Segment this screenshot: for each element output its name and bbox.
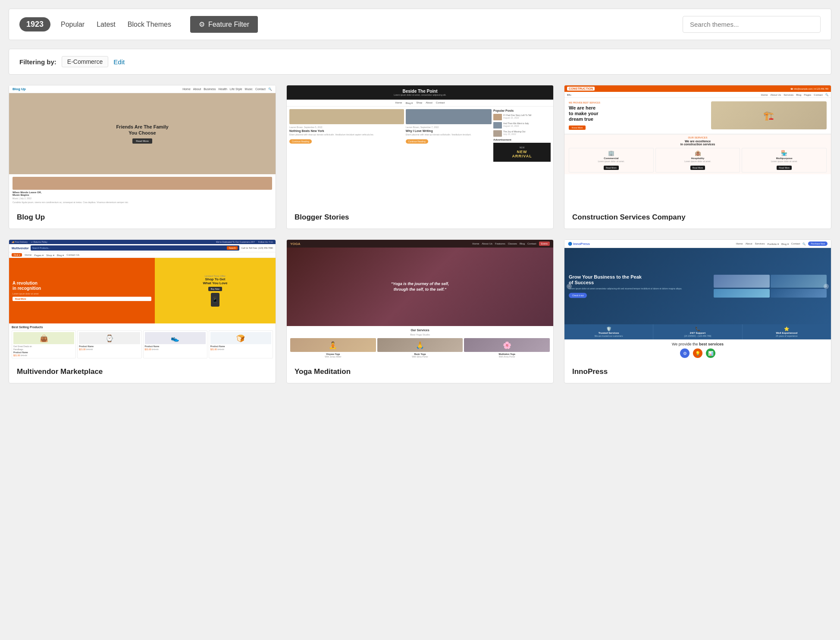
theme-preview-yoga: YOGA HomeAbout UsFeaturesClassesBlogCont… — [287, 240, 553, 361]
tab-latest[interactable]: Latest — [97, 21, 116, 28]
tab-block-themes[interactable]: Block Themes — [128, 21, 171, 28]
theme-card-blog-up[interactable]: Blog Up HomeAboutBusinessHealthLife Styl… — [9, 85, 276, 229]
theme-name-multivendor: Multivendor Marketplace — [9, 361, 276, 383]
theme-preview-multivendor: 🚚 Free Delivery ↩ Returns Policy We're D… — [9, 240, 276, 361]
theme-card-innopress[interactable]: 🔵 InnoPress HomeAboutServicesPortfolio ▾… — [564, 239, 831, 383]
gear-icon: ⚙ — [199, 20, 205, 28]
theme-card-blogger-stories[interactable]: Beside The Point Lorem ipsum dolor sit a… — [286, 85, 554, 229]
theme-card-multivendor[interactable]: 🚚 Free Delivery ↩ Returns Policy We're D… — [9, 239, 276, 383]
filter-label: Filtering by: — [19, 58, 56, 66]
tab-popular[interactable]: Popular — [61, 21, 85, 28]
top-navigation-bar: 1923 Popular Latest Block Themes ⚙ Featu… — [9, 9, 831, 40]
theme-name-blogger-stories: Blogger Stories — [287, 206, 553, 229]
search-box — [683, 16, 821, 33]
nav-tabs: Popular Latest Block Themes ⚙ Feature Fi… — [61, 16, 258, 33]
theme-preview-blog-up: Blog Up HomeAboutBusinessHealthLife Styl… — [9, 85, 276, 206]
theme-name-blog-up: Blog Up — [9, 206, 276, 229]
edit-filter-link[interactable]: Edit — [113, 58, 125, 66]
feature-filter-button[interactable]: ⚙ Feature Filter — [190, 16, 258, 33]
theme-preview-innopress: 🔵 InnoPress HomeAboutServicesPortfolio ▾… — [564, 240, 831, 361]
filter-tag-ecommerce: E-Commerce — [62, 56, 108, 67]
theme-name-construction: Construction Services Company — [564, 206, 831, 229]
themes-grid: Blog Up HomeAboutBusinessHealthLife Styl… — [9, 85, 831, 383]
theme-name-innopress: InnoPress — [564, 361, 831, 383]
theme-count-badge: 1923 — [19, 17, 50, 31]
theme-card-yoga[interactable]: YOGA HomeAbout UsFeaturesClassesBlogCont… — [286, 239, 554, 383]
filter-bar: Filtering by: E-Commerce Edit — [9, 49, 831, 75]
theme-preview-blogger-stories: Beside The Point Lorem ipsum dolor sit a… — [287, 85, 553, 206]
theme-card-construction[interactable]: CONSTRUCTION ☎ info@example.com | ✉ 123.… — [564, 85, 831, 229]
theme-preview-construction: CONSTRUCTION ☎ info@example.com | ✉ 123.… — [564, 85, 831, 206]
feature-filter-label: Feature Filter — [208, 21, 249, 28]
search-input[interactable] — [683, 16, 821, 33]
theme-name-yoga: Yoga Meditation — [287, 361, 553, 383]
